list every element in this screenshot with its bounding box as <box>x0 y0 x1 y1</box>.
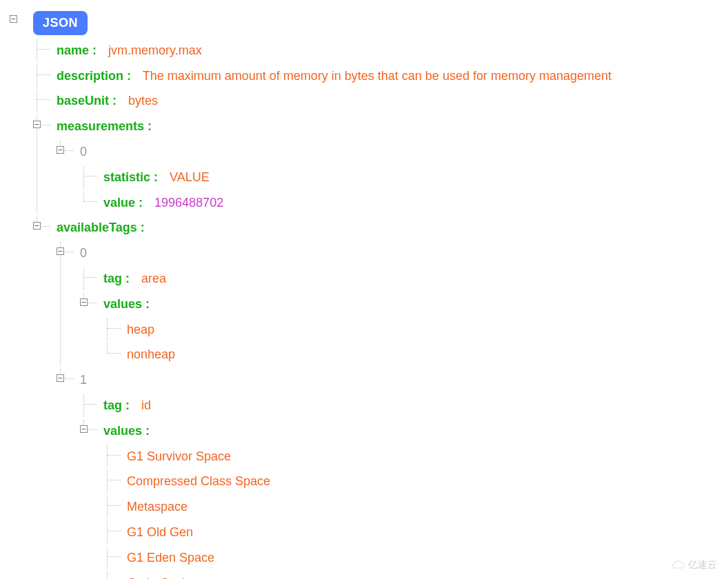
key-label: description <box>57 69 123 83</box>
tree-node-availabletag-0: − 0 tag : area <box>57 242 718 366</box>
list-item: G1 Survivor Space <box>103 445 718 468</box>
cloud-icon <box>671 559 685 570</box>
toggle-collapse-icon[interactable]: − <box>33 222 41 230</box>
tree-node-tag: tag : area <box>80 267 718 290</box>
tree-node-description: description : The maximum amount of memo… <box>33 65 718 88</box>
value-text: The maximum amount of memory in bytes th… <box>143 69 611 83</box>
key-label: values <box>103 424 142 438</box>
value-text: nonheap <box>127 347 175 361</box>
toggle-collapse-icon[interactable]: − <box>57 146 64 154</box>
list-item: Code Cache <box>103 572 718 579</box>
value-text: Metaspace <box>127 500 188 514</box>
index-label: 0 <box>80 145 87 159</box>
list-item: Compressed Class Space <box>103 470 718 493</box>
value-text: heap <box>127 323 154 336</box>
value-text: area <box>141 272 166 285</box>
tree-node-measurements: − measurements : − 0 statistic : <box>33 115 718 214</box>
key-label: tag <box>103 398 122 412</box>
value-text: id <box>141 398 151 412</box>
value-text: jvm.memory.max <box>108 43 202 57</box>
value-number: 1996488702 <box>154 196 223 210</box>
toggle-collapse-icon[interactable]: − <box>80 298 88 306</box>
watermark-text: 亿速云 <box>688 557 717 572</box>
tree-node-availabletags: − availableTags : − 0 tag : <box>33 216 718 579</box>
tree-node-baseunit: baseUnit : bytes <box>33 90 718 112</box>
tree-root: − JSON name : jvm.memory.max description… <box>10 10 718 579</box>
value-text: Compressed Class Space <box>127 474 270 488</box>
json-badge: JSON <box>33 11 88 35</box>
list-item: G1 Old Gen <box>103 521 718 544</box>
key-label: statistic <box>103 170 150 184</box>
tree-node-name: name : jvm.memory.max <box>33 39 718 62</box>
toggle-collapse-icon[interactable]: − <box>57 247 64 255</box>
key-label: name <box>57 43 89 57</box>
tree-node-tag: tag : id <box>80 394 718 417</box>
key-label: availableTags <box>57 221 137 234</box>
value-text: G1 Eden Space <box>127 551 214 565</box>
tree-node-value: value : 1996488702 <box>80 192 718 214</box>
toggle-collapse-icon[interactable]: − <box>57 374 64 382</box>
list-item: G1 Eden Space <box>103 547 718 569</box>
list-item: Metaspace <box>103 496 718 518</box>
key-label: tag <box>103 272 122 285</box>
tree-node-values: − values : G1 Survivor Space <box>80 420 718 579</box>
value-text: Code Cache <box>127 576 196 579</box>
key-label: baseUnit <box>57 94 109 108</box>
toggle-collapse-icon[interactable]: − <box>33 121 41 128</box>
value-text: VALUE <box>170 170 210 184</box>
toggle-collapse-icon[interactable]: − <box>80 425 88 433</box>
list-item: heap <box>103 318 718 341</box>
tree-node-availabletag-1: − 1 tag : id <box>57 369 718 579</box>
key-label: values <box>103 297 142 311</box>
index-label: 0 <box>80 246 87 260</box>
watermark: 亿速云 <box>671 557 717 572</box>
list-item: nonheap <box>103 343 718 366</box>
key-label: value <box>103 196 135 210</box>
index-label: 1 <box>80 373 87 387</box>
value-text: G1 Survivor Space <box>127 449 231 463</box>
value-text: bytes <box>128 94 158 108</box>
tree-node-measurement-0: − 0 statistic : VALUE <box>57 141 718 214</box>
tree-node-statistic: statistic : VALUE <box>80 166 718 189</box>
toggle-collapse-icon[interactable]: − <box>10 15 17 23</box>
value-text: G1 Old Gen <box>127 525 193 539</box>
key-label: measurements <box>57 119 144 133</box>
tree-node-values: − values : heap <box>80 293 718 366</box>
